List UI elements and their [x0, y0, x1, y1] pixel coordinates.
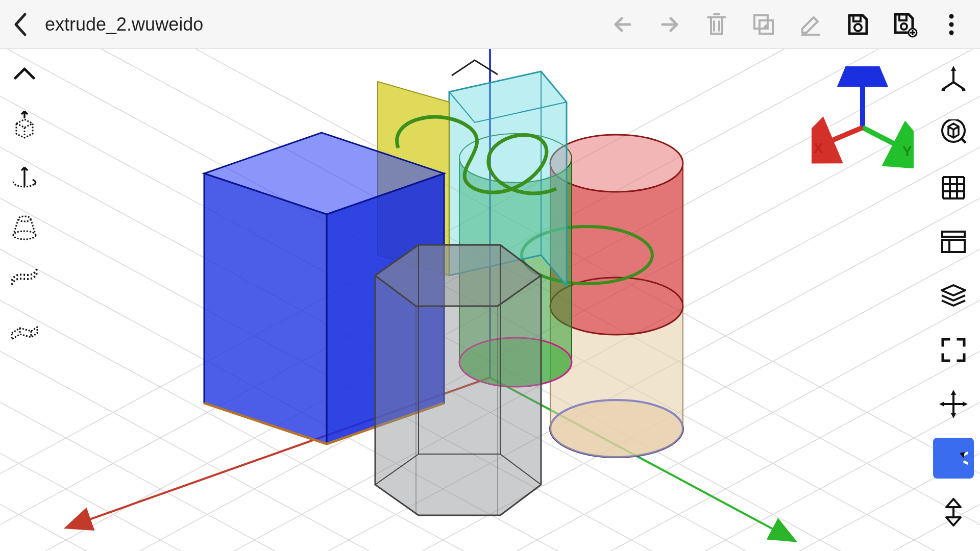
axes-toggle-button[interactable] [933, 59, 974, 100]
grid-toggle-button[interactable] [933, 167, 974, 208]
svg-rect-68 [942, 240, 965, 252]
svg-point-54 [949, 30, 954, 35]
svg-marker-73 [963, 402, 968, 407]
gray-hex-prism[interactable] [375, 245, 541, 515]
svg-line-66 [962, 139, 966, 143]
right-toolbar [927, 49, 980, 551]
svg-marker-70 [951, 390, 956, 395]
svg-line-39 [824, 128, 863, 144]
back-button[interactable] [8, 12, 33, 37]
svg-rect-45 [853, 15, 861, 21]
more-menu-button[interactable] [937, 10, 966, 39]
pan-tool-button[interactable] [933, 384, 974, 424]
orientation-gizmo[interactable]: Z Y X [812, 66, 914, 168]
gizmo-y-label: Y [902, 143, 912, 159]
svg-marker-63 [941, 86, 946, 91]
align-view-button[interactable] [933, 221, 974, 262]
edit-button[interactable] [796, 10, 825, 39]
svg-rect-47 [899, 14, 906, 20]
left-toolbar [0, 49, 49, 347]
svg-marker-64 [961, 86, 966, 91]
svg-point-52 [949, 14, 954, 18]
svg-marker-76 [946, 517, 961, 525]
svg-marker-71 [951, 413, 956, 418]
svg-marker-62 [951, 66, 956, 71]
copy-button[interactable] [749, 10, 778, 39]
svg-marker-72 [939, 402, 944, 407]
svg-marker-75 [946, 499, 961, 507]
elevation-tool-button[interactable] [933, 492, 974, 533]
svg-marker-74 [960, 452, 965, 458]
loft-tool-button[interactable] [6, 208, 43, 245]
rotate-tool-button[interactable] [933, 438, 974, 479]
svg-line-38 [863, 128, 902, 148]
fullscreen-button[interactable] [933, 330, 974, 370]
gizmo-z-label: Z [867, 70, 875, 86]
document-filename: extrude_2.wuweido [45, 14, 203, 35]
collapse-panel-button[interactable] [6, 55, 43, 92]
save-as-button[interactable] [890, 10, 919, 39]
extrude-tool-button[interactable] [6, 106, 43, 143]
revolve-tool-button[interactable] [6, 157, 43, 194]
viewport-canvas[interactable]: Z Y X [0, 0, 980, 551]
svg-point-48 [901, 23, 907, 30]
svg-point-46 [854, 24, 862, 31]
thicken-tool-button[interactable] [6, 310, 43, 347]
gizmo-x-label: X [814, 140, 823, 156]
undo-button[interactable] [608, 10, 637, 39]
layers-button[interactable] [933, 276, 974, 316]
svg-rect-67 [942, 232, 965, 237]
delete-button[interactable] [702, 10, 731, 39]
redo-button[interactable] [655, 10, 684, 39]
svg-point-55 [13, 231, 36, 239]
top-toolbar: extrude_2.wuweido [0, 0, 980, 49]
fit-view-button[interactable] [933, 113, 974, 154]
sweep-tool-button[interactable] [6, 259, 43, 296]
save-button[interactable] [843, 10, 872, 39]
svg-point-56 [18, 216, 31, 221]
svg-point-53 [949, 22, 954, 27]
